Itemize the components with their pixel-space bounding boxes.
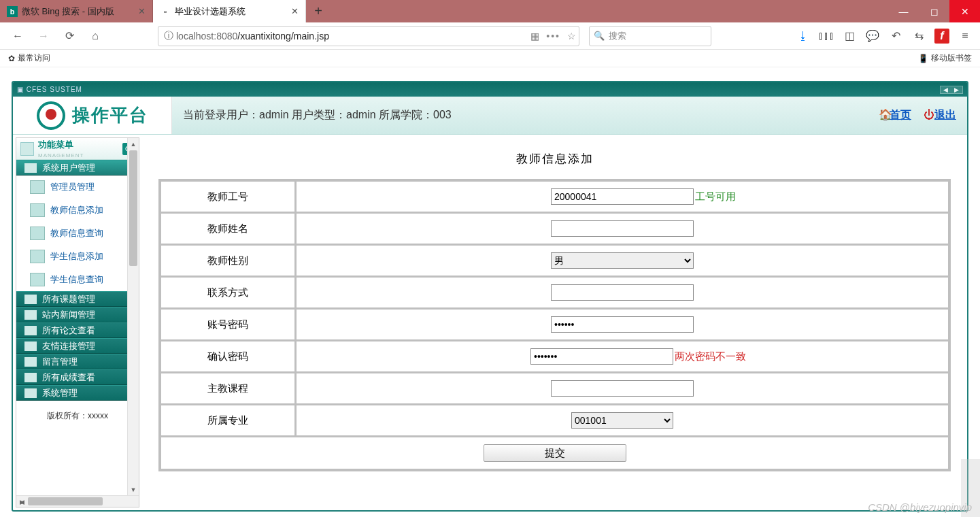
submit-button[interactable]: 提交 [484,444,626,462]
flash-addon-icon[interactable]: f [931,25,953,47]
teacher-name-input[interactable] [551,220,694,237]
userbar-text: 当前登录用户：admin 用户类型：admin 所属学院：003 [183,108,452,122]
module-icon [30,180,45,194]
close-icon[interactable]: ✕ [291,6,299,16]
password-confirm-input[interactable] [530,348,673,365]
module-icon [30,250,45,263]
menu-item-label: 留言管理 [42,356,78,368]
major-select[interactable]: 001001 [571,412,673,429]
teacher-id-input[interactable] [551,188,694,205]
downloads-icon[interactable]: ⭳ [792,25,814,47]
home-link[interactable]: 🏠首页 [879,108,911,122]
url-bar[interactable]: ⓘ localhost:8080/xuantixitong/main.jsp ▦… [158,26,579,46]
browser-tabstrip: b 微软 Bing 搜索 - 国内版 ✕ ▫ 毕业设计选题系统 ✕ + — ◻ … [0,0,980,22]
scroll-up-icon[interactable]: ▲ [128,138,139,150]
undo-icon[interactable]: ↶ [885,25,907,47]
menu-item-label: 管理员管理 [50,181,95,193]
password-input[interactable] [551,316,694,333]
app-titlebar: ▣ CFES SUSTEM ◀ ▶ [13,82,967,97]
scroll-down-icon[interactable]: ▼ [128,484,139,495]
sidebar-icon[interactable]: ◫ [839,25,860,47]
menu-item-4[interactable]: 学生信息添加 [16,245,139,268]
logo-text: 操作平台 [72,103,148,127]
minimize-button[interactable]: — [888,0,919,22]
label-teacher-name: 教师姓名 [161,214,294,244]
folder-icon [24,326,37,335]
forward-button[interactable]: → [33,25,54,47]
menu-list: 系统用户管理▸管理员管理教师信息添加教师信息查询学生信息添加学生信息查询所有课题… [16,160,139,401]
house-icon: 🏠 [879,108,888,118]
module-icon [30,273,45,286]
qr-icon[interactable]: ▦ [530,31,539,41]
page-actions-icon[interactable]: ••• [546,31,560,41]
gender-select[interactable]: 男 [551,252,694,269]
folder-icon [24,373,37,382]
sidebar-hscrollbar[interactable]: ◀ ▶ [16,495,139,507]
site-info-icon[interactable]: ⓘ [161,30,176,42]
mobile-bookmarks-link[interactable]: 移动版书签 [931,52,972,64]
gear-icon: ✿ [8,54,15,63]
menu-item-11[interactable]: 所有成绩查看▸ [16,369,139,385]
chat-icon[interactable]: 💬 [862,25,883,47]
label-major: 所属专业 [161,405,294,435]
menu-header-sub: MANAGEMENT [38,152,84,159]
most-visited-link[interactable]: 最常访问 [18,52,50,64]
menu-button[interactable]: ≡ [954,25,976,47]
menu-item-label: 系统用户管理 [42,162,95,174]
window-close-button[interactable]: ✕ [949,0,980,22]
browser-tab-bing[interactable]: b 微软 Bing 搜索 - 国内版 ✕ [0,0,153,22]
maximize-button[interactable]: ◻ [919,0,949,22]
sidebar-vscrollbar[interactable]: ▲ ▼ [127,138,139,495]
menu-item-9[interactable]: 友情连接管理▸ [16,338,139,354]
logout-link[interactable]: ⏻退出 [924,108,956,122]
new-tab-button[interactable]: + [306,0,331,22]
bookmark-star-icon[interactable]: ☆ [567,31,576,41]
menu-item-0[interactable]: 系统用户管理▸ [16,160,139,176]
home-button[interactable]: ⌂ [84,25,106,47]
titlebar-prev-button[interactable]: ◀ [941,86,951,93]
teacher-id-hint: 工号可用 [695,190,736,203]
menu-header-icon [20,142,34,156]
menu-item-6[interactable]: 所有课题管理▸ [16,291,139,307]
menu-item-8[interactable]: 所有论文查看▸ [16,322,139,338]
sidebar-hthumb[interactable] [28,497,103,505]
label-password: 账号密码 [161,310,294,339]
titlebar-next-button[interactable]: ▶ [951,86,962,93]
main-area: 教师信息添加 教师工号 工号可用 教师姓名 教师性别 男 [142,135,967,510]
menu-item-2[interactable]: 教师信息添加 [16,199,139,222]
menu-item-12[interactable]: 系统管理▸ [16,385,139,401]
library-icon[interactable]: ⫿⫿⫿ [815,25,837,47]
label-teacher-id: 教师工号 [161,182,294,212]
scroll-right-icon[interactable]: ▶ [16,496,28,507]
menu-item-1[interactable]: 管理员管理 [16,176,139,199]
bing-favicon: b [7,6,18,17]
close-icon[interactable]: ✕ [138,6,146,16]
menu-item-3[interactable]: 教师信息查询 [16,222,139,245]
module-icon [30,203,45,217]
reload-button[interactable]: ⟳ [58,25,80,47]
course-input[interactable] [551,380,694,397]
sync-icon[interactable]: ⇆ [908,25,930,47]
menu-item-label: 教师信息添加 [50,204,103,216]
browser-tab-app[interactable]: ▫ 毕业设计选题系统 ✕ [153,0,306,22]
menu-item-7[interactable]: 站内新闻管理▸ [16,307,139,322]
menu-header: 功能菜单 MANAGEMENT ⟳ [16,138,139,160]
bookmarks-toolbar: ✿ 最常访问 📱 移动版书签 [0,50,980,67]
url-path: /xuantixitong/main.jsp [237,31,329,41]
password-confirm-hint: 两次密码不一致 [675,350,746,363]
label-contact: 联系方式 [161,278,294,307]
contact-input[interactable] [551,284,694,301]
menu-item-10[interactable]: 留言管理▸ [16,354,139,369]
folder-icon [24,295,37,304]
sidebar-vthumb[interactable] [129,150,137,266]
app-header: 操作平台 当前登录用户：admin 用户类型：admin 所属学院：003 🏠首… [13,97,967,135]
url-host: localhost:8080 [176,31,237,41]
power-icon: ⏻ [924,109,933,118]
titlebar-nav: ◀ ▶ [940,86,963,94]
tab-title: 毕业设计选题系统 [175,5,246,18]
back-button[interactable]: ← [7,25,29,47]
menu-item-5[interactable]: 学生信息查询 [16,268,139,291]
browser-search-box[interactable]: 🔍 搜索 [589,26,711,46]
menu-item-label: 学生信息查询 [50,273,103,286]
menu-header-title: 功能菜单 [38,139,84,151]
